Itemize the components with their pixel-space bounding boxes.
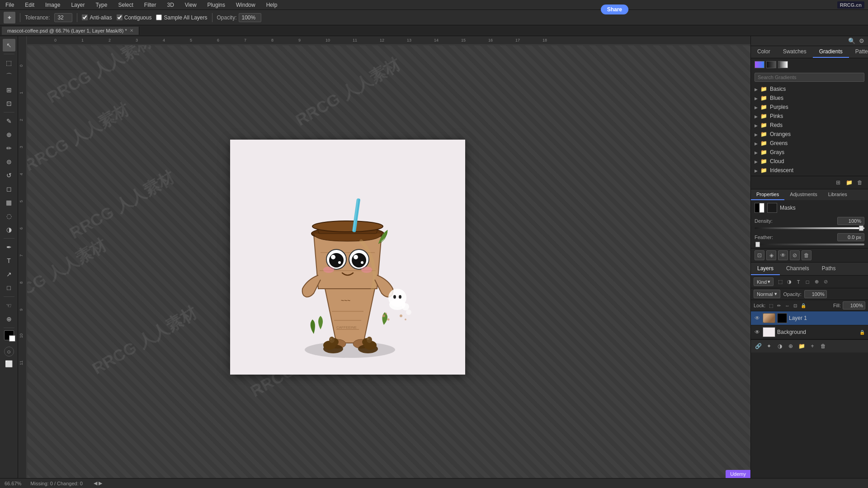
fill-value[interactable]: 100% xyxy=(843,301,865,310)
menu-item-layer[interactable]: Layer xyxy=(69,2,86,8)
feather-slider[interactable] xyxy=(751,243,868,248)
lasso-tool[interactable]: ⌒ xyxy=(3,70,15,83)
hand-tool[interactable]: ☜ xyxy=(3,299,15,312)
filter-adjustment[interactable]: ◑ xyxy=(785,278,793,286)
filter-type[interactable]: T xyxy=(794,278,802,286)
shape-tool[interactable]: □ xyxy=(3,282,15,294)
tab-paths[interactable]: Paths xyxy=(816,263,842,275)
layer-item-2[interactable]: 👁 Background 🔒 xyxy=(751,325,868,339)
apply-mask-btn[interactable]: 👁 xyxy=(778,250,788,260)
menu-item-type[interactable]: Type xyxy=(94,2,109,8)
new-layer-btn[interactable]: + xyxy=(808,342,817,351)
add-effect-btn[interactable]: ✦ xyxy=(764,342,774,351)
anti-alias-checkbox[interactable]: Anti-alias xyxy=(82,14,112,21)
move-tool[interactable]: ↖ xyxy=(3,39,15,52)
screen-mode-btn[interactable]: ⬜ xyxy=(3,357,15,370)
clone-tool[interactable]: ⊜ xyxy=(3,155,15,168)
folder-purples[interactable]: 📁 Purples xyxy=(753,103,866,112)
zoom-tool[interactable]: ⊕ xyxy=(3,313,15,325)
foreground-color[interactable] xyxy=(4,330,14,340)
path-select-tool[interactable]: ↗ xyxy=(3,268,15,281)
eraser-tool[interactable]: ◻ xyxy=(3,183,15,195)
status-arrows[interactable]: ◀ ▶ xyxy=(94,480,102,486)
tab-gradients[interactable]: Gradients xyxy=(813,46,849,58)
layer-filter-toggle[interactable]: ⊘ xyxy=(821,278,830,286)
magic-wand-tool[interactable]: ✦ xyxy=(4,12,15,23)
menu-item-plugins[interactable]: Plugins xyxy=(206,2,227,8)
gradient-swatch-2[interactable] xyxy=(766,61,776,68)
sample-all-checkbox[interactable]: Sample All Layers xyxy=(156,14,207,21)
gradient-swatch-3[interactable] xyxy=(778,61,788,68)
menu-item-select[interactable]: Select xyxy=(116,2,135,8)
folder-basics[interactable]: 📁 Basics xyxy=(753,84,866,94)
quick-mask-btn[interactable]: ○ xyxy=(4,347,14,357)
dodge-tool[interactable]: ◑ xyxy=(3,223,15,236)
tab-adjustments[interactable]: Adjustments xyxy=(784,189,823,200)
folder-blues[interactable]: 📁 Blues xyxy=(753,94,866,103)
layer-item-1[interactable]: 👁 Layer 1 xyxy=(751,311,868,325)
create-new-folder[interactable]: 📁 xyxy=(844,178,854,187)
menu-item-file[interactable]: File xyxy=(4,2,16,8)
lock-all[interactable]: 🔒 xyxy=(800,302,807,309)
pen-tool[interactable]: ✒ xyxy=(3,241,15,253)
tab-layers[interactable]: Layers xyxy=(751,263,780,275)
lock-position[interactable]: ↔ xyxy=(783,302,791,309)
layer-visibility-1[interactable]: 👁 xyxy=(754,314,761,322)
invert-mask-btn[interactable]: ⊡ xyxy=(755,250,764,260)
add-mask-btn[interactable]: ◑ xyxy=(775,342,784,351)
gradient-swatch-1[interactable] xyxy=(755,61,764,68)
tab-patterns[interactable]: Patterns xyxy=(849,46,868,58)
crop-tool[interactable]: ⊡ xyxy=(3,97,15,110)
create-new-gradient[interactable]: ⊞ xyxy=(834,178,843,187)
tolerance-value[interactable]: 32 xyxy=(54,13,72,22)
refine-mask-btn[interactable]: ◈ xyxy=(766,250,776,260)
tab-color[interactable]: Color xyxy=(751,46,777,58)
menu-item-window[interactable]: Window xyxy=(234,2,257,8)
object-select-tool[interactable]: ⊞ xyxy=(3,84,15,96)
filter-shape[interactable]: □ xyxy=(803,278,811,286)
brush-tool[interactable]: ✏ xyxy=(3,142,15,155)
tab-properties[interactable]: Properties xyxy=(751,189,784,200)
folder-reds[interactable]: 📁 Reds xyxy=(753,121,866,130)
tab-channels[interactable]: Channels xyxy=(780,263,816,275)
folder-cloud[interactable]: 📁 Cloud xyxy=(753,157,866,166)
layer-kind-selector[interactable]: Kind ▾ xyxy=(754,277,774,286)
density-slider[interactable] xyxy=(751,226,868,232)
delete-gradient[interactable]: 🗑 xyxy=(855,178,864,187)
density-value[interactable]: 100% xyxy=(837,217,864,225)
text-tool[interactable]: T xyxy=(3,254,15,267)
menu-item-view[interactable]: View xyxy=(183,2,198,8)
history-brush[interactable]: ↺ xyxy=(3,169,15,182)
layer-visibility-2[interactable]: 👁 xyxy=(754,328,761,336)
new-adjustment-btn[interactable]: ⊕ xyxy=(786,342,795,351)
disable-mask-btn[interactable]: ⊘ xyxy=(790,250,800,260)
filter-pixel[interactable]: ⬚ xyxy=(776,278,784,286)
new-group-btn[interactable]: 📁 xyxy=(797,342,806,351)
contiguous-checkbox[interactable]: Contiguous xyxy=(117,14,152,21)
opacity-value[interactable]: 100% xyxy=(239,13,261,22)
share-icon[interactable]: ⚙ xyxy=(859,38,864,44)
eyedropper-tool[interactable]: ✎ xyxy=(3,115,15,127)
lock-transparent[interactable]: ⬚ xyxy=(767,302,774,309)
menu-item-help[interactable]: Help xyxy=(264,2,279,8)
lock-artboard[interactable]: ⊡ xyxy=(792,302,799,309)
folder-pinks[interactable]: 📁 Pinks xyxy=(753,112,866,121)
feather-value[interactable]: 0.0 px xyxy=(837,233,864,241)
opacity-value[interactable]: 100% xyxy=(804,290,827,298)
folder-oranges[interactable]: 📁 Oranges xyxy=(753,130,866,139)
file-tab[interactable]: mascot-coffee.psd @ 66.7% (Layer 1, Laye… xyxy=(2,27,139,35)
filter-smart[interactable]: ⊕ xyxy=(812,278,821,286)
canvas-area[interactable]: RRCG 人人素材 RRCG 人人素材 RRCG 人人素材 RRCG 人人素材 … xyxy=(18,36,750,478)
delete-layer-btn[interactable]: 🗑 xyxy=(819,342,828,351)
delete-mask-btn[interactable]: 🗑 xyxy=(802,250,811,260)
gradient-search-input[interactable] xyxy=(755,73,864,82)
menu-item-edit[interactable]: Edit xyxy=(23,2,36,8)
udemy-badge[interactable]: Udemy xyxy=(726,470,750,478)
healing-tool[interactable]: ⊕ xyxy=(3,128,15,141)
selection-tool[interactable]: ⬚ xyxy=(3,56,15,69)
folder-grays[interactable]: 📁 Grays xyxy=(753,148,866,157)
share-button[interactable]: Share xyxy=(601,5,628,14)
menu-item-3d[interactable]: 3D xyxy=(165,2,175,8)
blur-tool[interactable]: ◌ xyxy=(3,210,15,222)
menu-item-image[interactable]: Image xyxy=(43,2,62,8)
